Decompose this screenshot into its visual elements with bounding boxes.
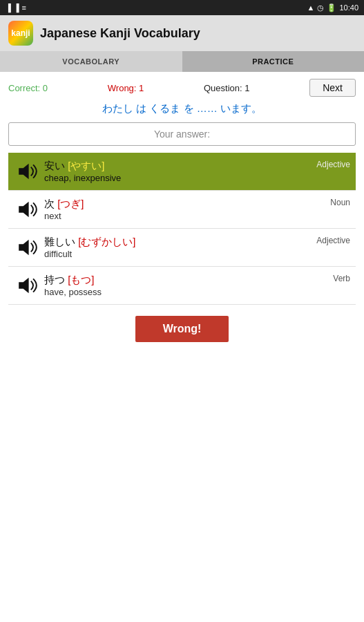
svg-marker-0 [19, 164, 28, 179]
vocab-list: 安い [やすい] cheap, inexpensive Adjective 次 … [8, 153, 356, 305]
signal-icon: ▐ [6, 3, 11, 12]
vocab-reading-0: [やすい] [68, 160, 104, 171]
tab-bar: VOCABOLARY PRACTICE [0, 51, 364, 72]
wrong-button[interactable]: Wrong! [135, 316, 229, 342]
vocab-item-3[interactable]: 持つ [もつ] have, possess Verb [8, 267, 356, 305]
app-icon: kanji [8, 21, 33, 46]
tab-vocabulary[interactable]: VOCABOLARY [0, 51, 182, 72]
time-display: 10:40 [339, 3, 358, 12]
vocab-kanji-0: 安い [やすい] [44, 160, 350, 173]
vocab-kanji-2: 難しい [むずかしい] [44, 236, 350, 249]
menu-icon: ≡ [22, 3, 26, 12]
wrong-button-container: Wrong! [8, 316, 356, 342]
svg-marker-2 [19, 240, 28, 255]
app-header: kanji Japanese Kanji Vocabulary [0, 15, 364, 51]
vocab-text-1: 次 [つぎ] next [41, 198, 350, 221]
vocab-text-3: 持つ [もつ] have, possess [41, 274, 350, 297]
vocab-reading-3: [もつ] [68, 274, 94, 285]
status-left-icons: ▐ ▐ ≡ [6, 3, 26, 12]
score-correct: Correct: 0 [8, 83, 48, 93]
speaker-icon-2[interactable] [14, 237, 41, 258]
vocab-pos-1: Noun [330, 198, 350, 207]
vocab-item-0[interactable]: 安い [やすい] cheap, inexpensive Adjective [8, 153, 356, 191]
vocab-text-2: 難しい [むずかしい] difficult [41, 236, 350, 259]
main-content: Correct: 0 Wrong: 1 Question: 1 Next わたし… [0, 72, 364, 349]
speaker-icon-3[interactable] [14, 275, 41, 296]
alarm-icon: ◷ [317, 3, 324, 12]
vocab-reading-2: [むずかしい] [78, 236, 135, 247]
speaker-icon-0[interactable] [14, 161, 41, 182]
vocab-text-0: 安い [やすい] cheap, inexpensive [41, 160, 350, 183]
wifi-icon: ▲ [307, 3, 315, 12]
vocab-meaning-2: difficult [44, 249, 350, 259]
score-question: Question: 1 [204, 83, 250, 93]
score-row: Correct: 0 Wrong: 1 Question: 1 Next [8, 79, 356, 97]
vocab-pos-0: Adjective [316, 160, 350, 169]
app-title: Japanese Kanji Vocabulary [40, 26, 200, 41]
tab-practice[interactable]: PRACTICE [182, 51, 365, 72]
vocab-item-2[interactable]: 難しい [むずかしい] difficult Adjective [8, 229, 356, 267]
score-wrong: Wrong: 1 [108, 83, 144, 93]
svg-marker-1 [19, 202, 28, 217]
status-right-icons: ▲ ◷ 🔋 10:40 [307, 3, 358, 12]
vocab-item-1[interactable]: 次 [つぎ] next Noun [8, 191, 356, 229]
vocab-pos-3: Verb [333, 274, 350, 283]
vocab-pos-2: Adjective [316, 236, 350, 245]
vocab-meaning-1: next [44, 211, 350, 221]
svg-marker-3 [19, 278, 28, 293]
vocab-meaning-3: have, possess [44, 287, 350, 297]
vocab-kanji-3: 持つ [もつ] [44, 274, 350, 287]
speaker-icon-1[interactable] [14, 199, 41, 220]
vocab-reading-1: [つぎ] [57, 198, 84, 209]
vocab-kanji-1: 次 [つぎ] [44, 198, 350, 211]
answer-input[interactable]: Your answer: [8, 122, 356, 146]
battery-icon: 🔋 [327, 3, 336, 12]
vocab-meaning-0: cheap, inexpensive [44, 173, 350, 183]
next-button[interactable]: Next [309, 79, 356, 97]
status-bar: ▐ ▐ ≡ ▲ ◷ 🔋 10:40 [0, 0, 364, 15]
signal2-icon: ▐ [14, 3, 19, 12]
japanese-sentence: わたし は くるま を …… います。 [8, 102, 356, 115]
